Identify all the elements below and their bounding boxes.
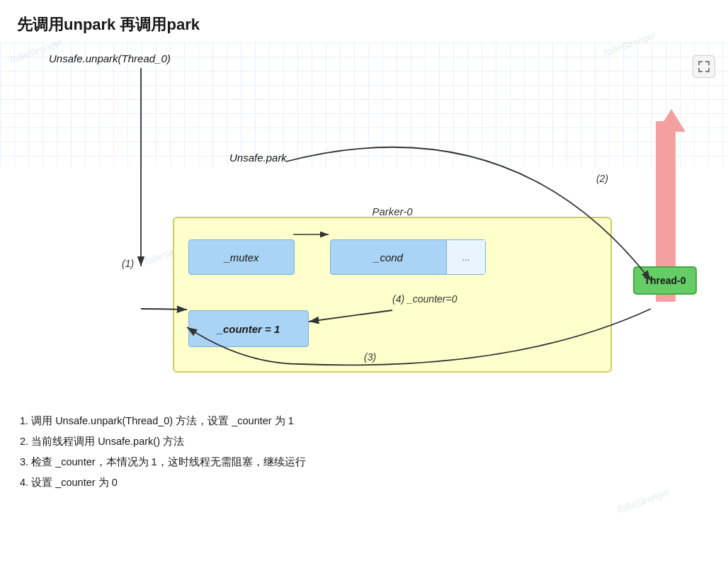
desc-item-1: 1. 调用 Unsafe.unpark(Thread_0) 方法，设置 _cou…: [17, 411, 711, 431]
description-section: 1. 调用 Unsafe.unpark(Thread_0) 方法，设置 _cou…: [17, 411, 711, 493]
label-4: (4) _counter=0: [392, 293, 457, 305]
unpark-label: Unsafe.unpark(Thread_0): [49, 52, 171, 64]
page-title: 先调用unpark 再调用park: [17, 14, 711, 35]
expand-button[interactable]: [693, 55, 715, 78]
page-container: ToBeStronger ToBeStronger ToBeStronger T…: [0, 0, 728, 578]
mutex-box: _mutex: [188, 239, 295, 275]
label-1: (1): [122, 258, 134, 269]
park-label: Unsafe.park: [229, 152, 287, 164]
cond-box: _cond ...: [330, 239, 486, 275]
desc-item-4: 4. 设置 _counter 为 0: [17, 472, 711, 493]
desc-item-3: 3. 检查 _counter，本情况为 1，这时线程无需阻塞，继续运行: [17, 452, 711, 472]
cond-label: _cond: [331, 251, 446, 264]
parker-label: Parker-0: [372, 205, 412, 217]
counter-box: _counter = 1: [188, 310, 309, 347]
desc-item-2: 2. 当前线程调用 Unsafe.park() 方法: [17, 431, 711, 452]
thread-box: Thread-0: [633, 266, 697, 295]
label-3: (3): [364, 351, 376, 363]
label-2: (2): [596, 173, 608, 184]
cond-dots: ...: [446, 240, 485, 274]
diagram-area: Unsafe.unpark(Thread_0) Unsafe.park Thre…: [17, 47, 711, 394]
